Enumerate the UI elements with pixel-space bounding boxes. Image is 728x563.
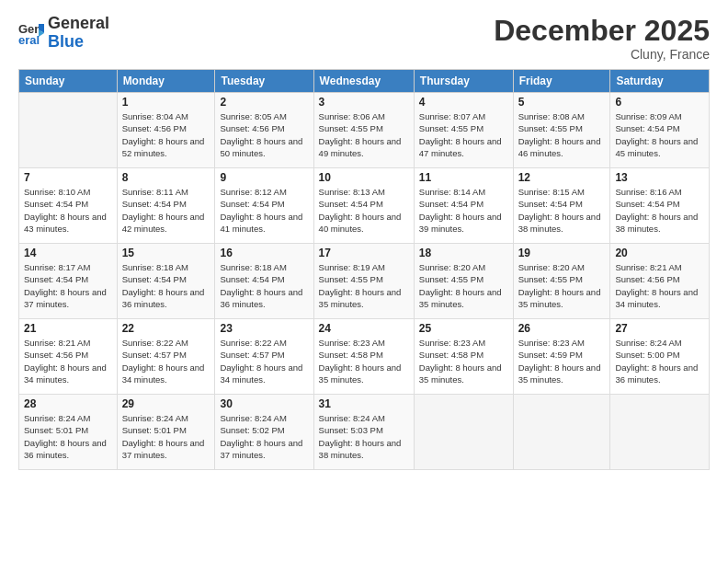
table-row: 30 Sunrise: 8:24 AM Sunset: 5:02 PM Dayl… xyxy=(215,395,313,470)
daylight-label: Daylight: 8 hours and 47 minutes. xyxy=(419,136,502,158)
logo: Gen eral General Blue xyxy=(18,15,109,52)
day-info: Sunrise: 8:20 AM Sunset: 4:55 PM Dayligh… xyxy=(518,261,606,310)
sunset-label: Sunset: 4:55 PM xyxy=(518,274,583,284)
table-row: 20 Sunrise: 8:21 AM Sunset: 4:56 PM Dayl… xyxy=(610,244,710,319)
svg-text:eral: eral xyxy=(18,33,40,46)
sunrise-label: Sunrise: 8:24 AM xyxy=(122,413,188,423)
sunset-label: Sunset: 4:54 PM xyxy=(24,199,88,209)
table-row: 25 Sunrise: 8:23 AM Sunset: 4:58 PM Dayl… xyxy=(414,319,513,395)
page: Gen eral General Blue December 2025 Clun… xyxy=(0,0,728,563)
sunrise-label: Sunrise: 8:08 AM xyxy=(518,111,585,121)
table-row: 24 Sunrise: 8:23 AM Sunset: 4:58 PM Dayl… xyxy=(313,319,414,395)
day-info: Sunrise: 8:20 AM Sunset: 4:55 PM Dayligh… xyxy=(419,261,508,310)
daylight-label: Daylight: 8 hours and 43 minutes. xyxy=(24,212,107,234)
sunrise-label: Sunrise: 8:11 AM xyxy=(122,187,188,197)
day-info: Sunrise: 8:24 AM Sunset: 5:00 PM Dayligh… xyxy=(615,337,704,385)
day-number: 31 xyxy=(319,397,409,410)
week-row-3: 14 Sunrise: 8:17 AM Sunset: 4:54 PM Dayl… xyxy=(19,244,710,319)
daylight-label: Daylight: 8 hours and 36 minutes. xyxy=(615,362,698,385)
month-title: December 2025 xyxy=(494,15,710,47)
day-number: 22 xyxy=(122,322,210,335)
day-number: 11 xyxy=(419,171,508,184)
day-info: Sunrise: 8:23 AM Sunset: 4:58 PM Dayligh… xyxy=(319,337,409,385)
table-row xyxy=(19,93,118,168)
table-row xyxy=(513,395,610,470)
table-row: 31 Sunrise: 8:24 AM Sunset: 5:03 PM Dayl… xyxy=(313,395,414,470)
sunrise-label: Sunrise: 8:17 AM xyxy=(24,262,90,272)
calendar-table: Sunday Monday Tuesday Wednesday Thursday… xyxy=(18,69,710,470)
day-number: 2 xyxy=(220,96,308,109)
table-row: 19 Sunrise: 8:20 AM Sunset: 4:55 PM Dayl… xyxy=(513,244,610,319)
sunset-label: Sunset: 4:58 PM xyxy=(319,350,383,360)
week-row-2: 7 Sunrise: 8:10 AM Sunset: 4:54 PM Dayli… xyxy=(19,168,710,244)
day-number: 16 xyxy=(220,247,308,259)
sunset-label: Sunset: 4:56 PM xyxy=(122,123,187,133)
sunset-label: Sunset: 4:55 PM xyxy=(419,123,483,133)
sunset-label: Sunset: 4:54 PM xyxy=(518,199,583,209)
sunset-label: Sunset: 4:55 PM xyxy=(319,123,383,133)
sunset-label: Sunset: 4:55 PM xyxy=(319,274,383,284)
sunrise-label: Sunrise: 8:24 AM xyxy=(220,413,286,423)
col-friday: Friday xyxy=(513,70,610,93)
day-number: 8 xyxy=(122,171,210,184)
day-number: 15 xyxy=(122,247,210,259)
day-number: 28 xyxy=(24,397,112,410)
day-number: 18 xyxy=(419,247,508,259)
day-number: 27 xyxy=(615,322,704,335)
daylight-label: Daylight: 8 hours and 40 minutes. xyxy=(319,212,402,234)
table-row: 16 Sunrise: 8:18 AM Sunset: 4:54 PM Dayl… xyxy=(215,244,313,319)
day-info: Sunrise: 8:21 AM Sunset: 4:56 PM Dayligh… xyxy=(24,337,112,385)
sunset-label: Sunset: 4:57 PM xyxy=(220,350,284,360)
day-number: 3 xyxy=(319,96,409,109)
sunrise-label: Sunrise: 8:19 AM xyxy=(319,262,385,272)
day-info: Sunrise: 8:17 AM Sunset: 4:54 PM Dayligh… xyxy=(24,261,112,310)
day-number: 5 xyxy=(518,96,606,109)
daylight-label: Daylight: 8 hours and 35 minutes. xyxy=(419,362,502,385)
table-row: 3 Sunrise: 8:06 AM Sunset: 4:55 PM Dayli… xyxy=(313,93,414,168)
day-info: Sunrise: 8:23 AM Sunset: 4:59 PM Dayligh… xyxy=(518,337,606,385)
daylight-label: Daylight: 8 hours and 37 minutes. xyxy=(220,438,302,460)
sunrise-label: Sunrise: 8:24 AM xyxy=(615,338,681,348)
col-tuesday: Tuesday xyxy=(215,70,313,93)
sunrise-label: Sunrise: 8:24 AM xyxy=(24,413,90,423)
col-sunday: Sunday xyxy=(19,70,118,93)
day-number: 12 xyxy=(518,171,606,184)
week-row-5: 28 Sunrise: 8:24 AM Sunset: 5:01 PM Dayl… xyxy=(19,395,710,470)
daylight-label: Daylight: 8 hours and 35 minutes. xyxy=(419,287,502,309)
day-info: Sunrise: 8:24 AM Sunset: 5:01 PM Dayligh… xyxy=(122,412,210,461)
sunrise-label: Sunrise: 8:16 AM xyxy=(615,187,681,197)
daylight-label: Daylight: 8 hours and 36 minutes. xyxy=(24,438,107,460)
day-info: Sunrise: 8:16 AM Sunset: 4:54 PM Dayligh… xyxy=(615,186,704,235)
table-row: 26 Sunrise: 8:23 AM Sunset: 4:59 PM Dayl… xyxy=(513,319,610,395)
daylight-label: Daylight: 8 hours and 50 minutes. xyxy=(220,136,302,158)
table-row: 8 Sunrise: 8:11 AM Sunset: 4:54 PM Dayli… xyxy=(117,168,215,244)
day-number: 24 xyxy=(319,322,409,335)
week-row-1: 1 Sunrise: 8:04 AM Sunset: 4:56 PM Dayli… xyxy=(19,93,710,168)
sunset-label: Sunset: 4:54 PM xyxy=(220,274,284,284)
daylight-label: Daylight: 8 hours and 35 minutes. xyxy=(319,362,402,385)
day-info: Sunrise: 8:22 AM Sunset: 4:57 PM Dayligh… xyxy=(220,337,308,385)
sunrise-label: Sunrise: 8:18 AM xyxy=(220,262,286,272)
table-row: 10 Sunrise: 8:13 AM Sunset: 4:54 PM Dayl… xyxy=(313,168,414,244)
day-info: Sunrise: 8:11 AM Sunset: 4:54 PM Dayligh… xyxy=(122,186,210,235)
day-info: Sunrise: 8:18 AM Sunset: 4:54 PM Dayligh… xyxy=(122,261,210,310)
day-number: 17 xyxy=(319,247,409,259)
sunrise-label: Sunrise: 8:18 AM xyxy=(122,262,188,272)
day-number: 20 xyxy=(615,247,704,259)
sunrise-label: Sunrise: 8:23 AM xyxy=(419,338,485,348)
day-info: Sunrise: 8:05 AM Sunset: 4:56 PM Dayligh… xyxy=(220,110,308,159)
sunset-label: Sunset: 4:54 PM xyxy=(615,199,679,209)
col-wednesday: Wednesday xyxy=(313,70,414,93)
daylight-label: Daylight: 8 hours and 45 minutes. xyxy=(615,136,698,158)
table-row: 15 Sunrise: 8:18 AM Sunset: 4:54 PM Dayl… xyxy=(117,244,215,319)
day-info: Sunrise: 8:23 AM Sunset: 4:58 PM Dayligh… xyxy=(419,337,508,385)
sunset-label: Sunset: 4:55 PM xyxy=(419,274,483,284)
table-row: 14 Sunrise: 8:17 AM Sunset: 4:54 PM Dayl… xyxy=(19,244,118,319)
sunrise-label: Sunrise: 8:12 AM xyxy=(220,187,286,197)
table-row: 18 Sunrise: 8:20 AM Sunset: 4:55 PM Dayl… xyxy=(414,244,513,319)
day-info: Sunrise: 8:24 AM Sunset: 5:02 PM Dayligh… xyxy=(220,412,308,461)
day-number: 25 xyxy=(419,322,508,335)
daylight-label: Daylight: 8 hours and 37 minutes. xyxy=(122,438,205,460)
sunrise-label: Sunrise: 8:22 AM xyxy=(220,338,286,348)
table-row: 23 Sunrise: 8:22 AM Sunset: 4:57 PM Dayl… xyxy=(215,319,313,395)
